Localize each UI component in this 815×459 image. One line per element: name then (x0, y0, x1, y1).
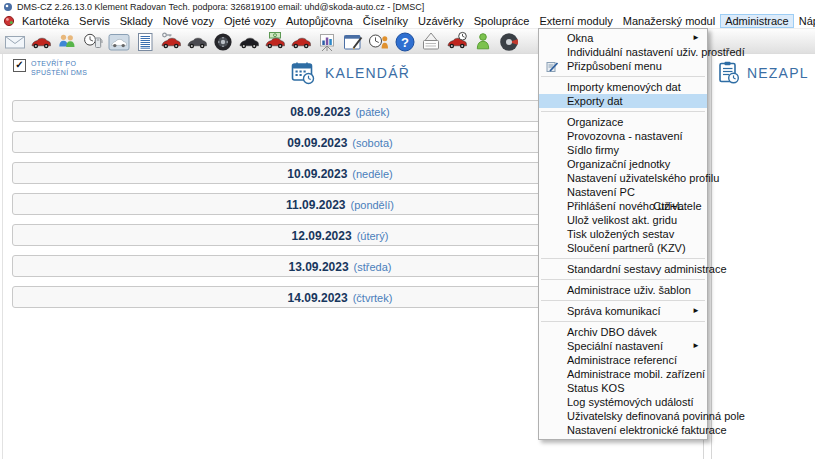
vehicle-panel-button[interactable] (106, 30, 132, 54)
menu-item-sidlo-firmy[interactable]: Sídlo firmy (539, 143, 707, 157)
menu-item-uloz-velikost-akt-gridu[interactable]: Ulož velikost akt. gridu (539, 213, 707, 227)
menu-item-label: Tisk uložených sestav (567, 228, 674, 240)
offer-sign-icon (420, 31, 442, 53)
menu-item-status-kos[interactable]: Status KOS (539, 381, 707, 395)
menu-item-organizacni-jednotky[interactable]: Organizační jednotky (539, 157, 707, 171)
car-red-icon (30, 31, 52, 53)
menu-item-label: Individuální nastavení uživ. prostředí (567, 46, 745, 58)
help-button[interactable]: ? (392, 30, 418, 54)
day-weekday: (sobota) (352, 137, 392, 149)
menu-item-sprava-komunikaci[interactable]: Správa komunikací► (539, 304, 707, 318)
list-document-button[interactable] (132, 30, 158, 54)
panel-left-edge (2, 54, 3, 459)
administrace-menu: Okna►Individuální nastavení uživ. prostř… (538, 28, 708, 440)
menu-spoluprace[interactable]: Spolupráce (469, 14, 535, 28)
menu-item-exporty-dat[interactable]: Exporty dat (539, 94, 707, 108)
unpaid-invoices-header: NEZAPL (716, 60, 815, 85)
list-document-icon (134, 31, 156, 53)
car-money-icon (264, 31, 286, 53)
menu-item-archiv-dbo-davek[interactable]: Archiv DBO dávek (539, 325, 707, 339)
customers-button[interactable] (54, 30, 80, 54)
car-black-button[interactable] (236, 30, 262, 54)
menu-napoveda[interactable]: Nápověda (794, 14, 815, 28)
day-date: 13.09.2023 (289, 260, 349, 274)
menu-item-okna[interactable]: Okna► (539, 31, 707, 45)
menu-nove-vozy[interactable]: Nové vozy (158, 14, 219, 28)
menu-administrace[interactable]: Administrace (720, 14, 794, 28)
mail-button[interactable] (2, 30, 28, 54)
menu-item-label: Správa komunikací (567, 305, 661, 317)
menu-externi-moduly[interactable]: Externí moduly (534, 14, 617, 28)
title-bar: DMS-CZ 2.26.13.0 Klement Radovan Tech. p… (0, 0, 815, 14)
time-fuel-icon (82, 31, 104, 53)
calendar-clock-icon (290, 60, 316, 86)
day-date: 10.09.2023 (287, 167, 347, 181)
vehicle-panel-icon (108, 31, 130, 53)
child-window-icon[interactable] (3, 15, 15, 27)
menu-item-prizpusobeni-menu[interactable]: Přizpůsobení menu (539, 59, 707, 73)
day-weekday: (pondělí) (350, 199, 393, 211)
menu-kartoteka[interactable]: Kartotéka (17, 14, 74, 28)
clipboard-clock-icon (716, 60, 741, 85)
clock-person-button[interactable] (366, 30, 392, 54)
menu-item-specialni-nastaveni[interactable]: Speciální nastavení► (539, 339, 707, 353)
time-fuel-button[interactable] (80, 30, 106, 54)
car-money-button[interactable] (262, 30, 288, 54)
user-green-button[interactable] (470, 30, 496, 54)
offer-sign-button[interactable] (418, 30, 444, 54)
day-date: 11.09.2023 (286, 198, 345, 212)
menu-item-administrace-uziv-sablon[interactable]: Administrace uživ. šablon (539, 283, 707, 297)
menu-ojete-vozy[interactable]: Ojeté vozy (219, 14, 281, 28)
day-date: 12.09.2023 (292, 229, 352, 243)
panel-splitter[interactable] (711, 54, 712, 459)
mail-icon (4, 31, 26, 53)
menu-manazersky-modul[interactable]: Manažerský modul (618, 14, 720, 28)
menu-item-tisk-ulozenych-sestav[interactable]: Tisk uložených sestav (539, 227, 707, 241)
menu-item-nastaveni-uzivatelskeho-profilu[interactable]: Nastavení uživatelského profilu (539, 171, 707, 185)
menu-separator (541, 258, 705, 259)
menu-item-label: Exporty dat (567, 95, 623, 107)
day-weekday: (úterý) (357, 230, 389, 242)
menu-item-nastaveni-elektronicke-fakturace[interactable]: Nastavení elektronické fakturace (539, 423, 707, 437)
disc-button[interactable] (496, 30, 522, 54)
menu-uzaverky[interactable]: Uzávěrky (413, 14, 469, 28)
menu-ciselniky[interactable]: Číselníky (358, 14, 413, 28)
menu-item-nastaveni-pc[interactable]: Nastavení PC (539, 185, 707, 199)
menu-item-label: Uživatelsky definovaná povinná pole (567, 410, 745, 422)
calendar-edit-icon (342, 31, 364, 53)
menu-item-administrace-mobil-zarizeni[interactable]: Administrace mobil. zařízení (539, 367, 707, 381)
menu-separator (541, 279, 705, 280)
menu-item-uzivatelsky-definovana-povinna-pole[interactable]: Uživatelsky definovaná povinná pole (539, 409, 707, 423)
car-red-button[interactable] (28, 30, 54, 54)
window-title: DMS-CZ 2.26.13.0 Klement Radovan Tech. p… (17, 2, 424, 12)
menu-servis[interactable]: Servis (74, 14, 115, 28)
menu-item-organizace[interactable]: Organizace (539, 115, 707, 129)
menu-item-administrace-referenci[interactable]: Administrace referencí (539, 353, 707, 367)
menu-item-label: Archiv DBO dávek (567, 326, 657, 338)
statistics-button[interactable] (314, 30, 340, 54)
calendar-edit-button[interactable] (340, 30, 366, 54)
car-clock-button[interactable] (444, 30, 470, 54)
menu-item-importy-kmenovych-dat[interactable]: Importy kmenových dat (539, 80, 707, 94)
menu-item-label: Nastavení uživatelského profilu (567, 172, 719, 184)
car-gray-button[interactable] (184, 30, 210, 54)
menu-item-label: Importy kmenových dat (567, 81, 681, 93)
tire-button[interactable] (210, 30, 236, 54)
menu-item-log-systemovych-udalosti[interactable]: Log systémových událostí (539, 395, 707, 409)
car-red2-button[interactable] (288, 30, 314, 54)
menu-item-standardni-sestavy-administrace[interactable]: Standardní sestavy administrace (539, 262, 707, 276)
car-black-icon (238, 31, 260, 53)
svg-text:?: ? (401, 34, 409, 49)
help-icon: ? (394, 31, 416, 53)
menu-item-individualni-nastaveni-uziv-prostredi[interactable]: Individuální nastavení uživ. prostředí (539, 45, 707, 59)
app-window: DMS-CZ 2.26.13.0 Klement Radovan Tech. p… (0, 0, 815, 459)
menu-item-provozovna-nastaveni[interactable]: Provozovna - nastavení (539, 129, 707, 143)
menu-autopujcovna[interactable]: Autopůjčovna (281, 14, 358, 28)
menu-item-prihlaseni-noveho-uzivatele[interactable]: Přihlášení nového uživateleCtrl+L (539, 199, 707, 213)
day-date: 09.09.2023 (287, 136, 347, 150)
menu-sklady[interactable]: Sklady (115, 14, 158, 28)
car-key-button[interactable] (158, 30, 184, 54)
menu-item-slouceni-partneru-kzv[interactable]: Sloučení partnerů (KZV) (539, 241, 707, 255)
submenu-arrow-icon: ► (692, 304, 700, 318)
menu-bar: KartotékaServisSkladyNové vozyOjeté vozy… (0, 14, 815, 28)
